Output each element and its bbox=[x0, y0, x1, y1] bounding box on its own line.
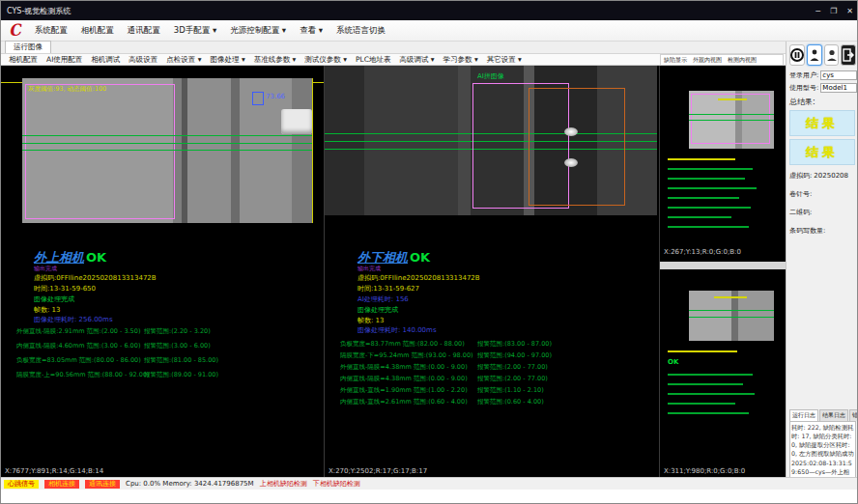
status-bar: 心跳信号 相机连接 通讯连接 Cpu: 0.0% Memory: 3424.41… bbox=[1, 477, 858, 490]
output-substatus: 输出完成 bbox=[358, 265, 381, 273]
measurement-row: 外侧直线-隔膜:2.91mm 范围:(2.00 - 3.50) 报警范围:(2.… bbox=[1, 327, 324, 339]
measurement-row: 隔膜宽度-上=90.56mm 范围:(88.00 - 92.00) 报警范围:(… bbox=[1, 371, 324, 382]
pixel-coordinates: X:270;Y:2502;R:17;G:17;B:17 bbox=[329, 467, 427, 475]
exit-button[interactable] bbox=[841, 44, 856, 66]
measurement-value: 外侧直线-隔膜=4.38mm 范围:(0.00 - 9.00) bbox=[340, 363, 468, 372]
pixel-coordinates: X:267;Y:13;R:0;G:0;B:0 bbox=[664, 248, 741, 256]
tool-camera-config[interactable]: 相机配置 bbox=[9, 55, 38, 65]
menu-bar: C 系统配置 相机配置 通讯配置 3D手配置 ▾ 光源控制配置 ▾ 查看 ▾ 系… bbox=[1, 20, 858, 42]
alarm-range: 报警范围:(89.00 - 91.00) bbox=[144, 371, 218, 379]
measurement-value: 外侧直线-隔膜:2.91mm 范围:(2.00 - 3.50) bbox=[16, 327, 140, 336]
tab-defect-display[interactable]: 缺陷显示 bbox=[664, 56, 687, 65]
pause-icon bbox=[790, 48, 804, 62]
tool-baseline-params[interactable]: 基准线参数 ▾ bbox=[254, 55, 297, 65]
tab-strip: 运行图像 bbox=[1, 42, 786, 54]
user-button[interactable] bbox=[824, 44, 840, 66]
close-icon[interactable]: ✕ bbox=[846, 7, 853, 15]
pixel-coordinates: X:7677;Y:891;R:14;G:14;B:14 bbox=[5, 467, 103, 475]
alarm-range: 报警范围:(1.10 - 2.10) bbox=[477, 386, 544, 395]
tool-spot-check-settings[interactable]: 点检设置 ▾ bbox=[166, 55, 201, 65]
text-line-placeholder bbox=[668, 158, 735, 160]
measure-line bbox=[689, 120, 774, 121]
defect-preview-top: X:267;Y:13;R:0;G:0;B:0 bbox=[660, 66, 786, 259]
tab-error-log[interactable]: 错误日志 bbox=[849, 409, 858, 421]
tool-tester-params[interactable]: 测试仪参数 ▾ bbox=[304, 55, 347, 65]
log-output[interactable]: 耗时: 222, 缺陷检测耗时: 17, 缺陷分类耗时: 0, 缺陷提取分区耗时… bbox=[789, 421, 856, 485]
camera-view-upper-outer: 灰度阈值:93, 动态阈值:100 73.66 外上相机OK 输出完成 虚拟码:… bbox=[1, 66, 324, 477]
model-input[interactable] bbox=[820, 83, 857, 93]
measurement-value: 内侧直线-隔膜:4.60mm 范围:(3.00 - 6.00) bbox=[16, 342, 140, 350]
operator-mode-button[interactable] bbox=[807, 44, 822, 66]
measurement-value: 隔膜宽度-上=90.56mm 范围:(88.00 - 92.00) bbox=[16, 371, 150, 379]
camera-image-upper-outer[interactable]: 灰度阈值:93, 动态阈值:100 73.66 bbox=[22, 78, 312, 223]
roi-rectangle bbox=[25, 84, 175, 219]
defect-image-bottom[interactable] bbox=[689, 291, 774, 341]
tool-advanced-debug[interactable]: 高级调试 ▾ bbox=[399, 55, 434, 65]
measurement-value: 内侧直线-隔膜=4.38mm 范围:(0.00 - 9.00) bbox=[340, 375, 468, 383]
menu-light-control-config[interactable]: 光源控制配置 ▾ bbox=[230, 25, 286, 37]
measure-line bbox=[22, 135, 312, 136]
capture-time: 时间:13-31-59-627 bbox=[358, 284, 419, 294]
title-bar: CYS-视觉检测系统 ─ ❐ ✕ bbox=[1, 1, 858, 20]
tool-ai-use-config[interactable]: AI使用配置 bbox=[46, 55, 82, 65]
alarm-range: 报警范围:(94.00 - 97.00) bbox=[477, 351, 552, 360]
tool-other-settings[interactable]: 其它设置 ▾ bbox=[487, 55, 522, 65]
alarm-range: 报警范围:(3.00 - 6.00) bbox=[144, 342, 211, 350]
menu-comm-config[interactable]: 通讯配置 bbox=[128, 25, 160, 37]
connector-part bbox=[281, 109, 312, 134]
tab-run-log[interactable]: 运行日志 bbox=[789, 409, 818, 421]
winding-pin-label: 卷针号: bbox=[789, 189, 856, 199]
virtual-barcode: 虚拟码:0FFIline2025020813313472B bbox=[34, 273, 157, 283]
measurement-value: 负极宽度=83.77mm 范围:(82.00 - 88.00) bbox=[340, 340, 465, 349]
pause-button[interactable] bbox=[789, 44, 805, 66]
maximize-icon[interactable]: ❐ bbox=[830, 7, 837, 15]
measurement-value: 内侧直线-直线=2.61mm 范围:(0.60 - 4.00) bbox=[340, 398, 468, 406]
frame-count: 帧数: 13 bbox=[34, 305, 61, 315]
tool-plc-address-table[interactable]: PLC地址表 bbox=[356, 55, 390, 65]
menu-language-switch[interactable]: 系统语言切换 bbox=[336, 25, 386, 37]
ai-image-label: AI拼图像 bbox=[477, 71, 504, 81]
process-done-text: 图像处理完成 bbox=[34, 294, 74, 304]
menu-camera-config[interactable]: 相机配置 bbox=[81, 25, 114, 37]
log-tabs: 运行日志 结果日志 错误日志 bbox=[789, 409, 856, 421]
tab-inspection-view[interactable]: 检测内视图 bbox=[728, 56, 757, 65]
measure-value-overlay: 73.66 bbox=[266, 93, 285, 100]
lower-camera-defect-status: 下相机缺陷检测 bbox=[313, 479, 360, 489]
defect-image-top[interactable] bbox=[689, 91, 774, 149]
result-ok-badge: OK bbox=[410, 250, 430, 265]
text-line-placeholder bbox=[668, 412, 749, 414]
tab-appearance-view[interactable]: 外观内视图 bbox=[693, 56, 722, 65]
tab-result-log[interactable]: 结果日志 bbox=[819, 409, 848, 421]
login-user-input[interactable] bbox=[820, 70, 857, 80]
alarm-range: 报警范围:(83.00 - 87.00) bbox=[477, 340, 552, 349]
operator-icon bbox=[809, 48, 820, 62]
tool-learning-params[interactable]: 学习参数 ▾ bbox=[443, 55, 478, 65]
minimize-icon[interactable]: ─ bbox=[815, 7, 820, 15]
measurement-row: 内侧直线-隔膜=4.38mm 范围:(0.00 - 9.00) 报警范围:(2.… bbox=[325, 375, 659, 386]
qr-code-label: 二维码: bbox=[789, 208, 856, 217]
roi-rectangle-orange bbox=[529, 88, 625, 206]
tool-camera-debug[interactable]: 相机调试 bbox=[91, 55, 120, 65]
panel-spacer bbox=[789, 236, 856, 402]
camera-name: 外上相机 bbox=[34, 250, 84, 265]
text-line-placeholder bbox=[668, 207, 751, 209]
camera-view-lower-outer: AI拼图像 外下相机OK 输出完成 虚拟码:0FFIline2025020813… bbox=[325, 66, 659, 477]
ai-elapsed: AI处理耗时: 156 bbox=[358, 294, 409, 304]
tab-running-image[interactable]: 运行图像 bbox=[5, 41, 51, 53]
tool-advanced-settings[interactable]: 高级设置 bbox=[129, 55, 157, 65]
measure-line bbox=[22, 143, 312, 144]
cpu-memory-status: Cpu: 0.0% Memory: 3424.41796875M bbox=[126, 480, 254, 488]
menu-3d-hand-config[interactable]: 3D手配置 ▾ bbox=[174, 25, 216, 37]
measurement-value: 隔膜宽度-下=95.24mm 范围:(93.00 - 98.00) bbox=[340, 351, 473, 360]
result-ok-badge: OK bbox=[668, 358, 678, 366]
measurement-row: 外侧直线-直线=1.90mm 范围:(1.00 - 2.20) 报警范围:(1.… bbox=[325, 386, 659, 398]
overlay-mark bbox=[714, 296, 747, 298]
menu-view[interactable]: 查看 ▾ bbox=[300, 25, 323, 37]
control-panel: 登录用户: 使用型号: 总结果: 结果 结果 虚拟码: 20250208 卷针号… bbox=[786, 42, 858, 477]
preview-divider bbox=[660, 262, 786, 269]
measure-line bbox=[689, 317, 774, 318]
menu-system-config[interactable]: 系统配置 bbox=[35, 25, 68, 37]
camera-image-lower-outer[interactable]: AI拼图像 bbox=[325, 66, 657, 215]
tool-image-processing[interactable]: 图像处理 ▾ bbox=[211, 55, 245, 65]
text-line-placeholder bbox=[668, 216, 731, 218]
